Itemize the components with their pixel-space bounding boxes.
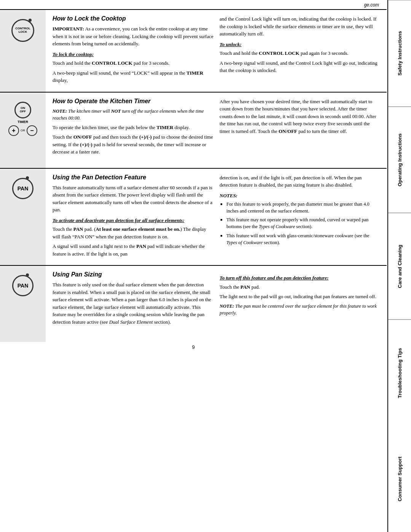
top-bar: ge.com [0, 0, 387, 10]
note-text: The kitchen timer will NOT turn off the … [53, 109, 204, 121]
para-sizing-3: The light next to the pad will go out, i… [220, 293, 381, 300]
content-left-timer: How to Operate the Kitchen Timer NOTE: T… [53, 98, 213, 163]
pan-bold: PAN [73, 226, 83, 232]
subheading-pan-off: To turn off this feature and the pan det… [220, 274, 381, 282]
subheading-pan-activate: To activate and deactivate pan detection… [53, 217, 213, 224]
dual-surface-italic: Dual Surface Element [109, 319, 153, 325]
tab-safety-instructions[interactable]: Safety Instructions [388, 0, 411, 107]
control-lock-bold: CONTROL LOCK [92, 60, 132, 66]
cookware-italic-2: Types of Cookware [226, 240, 263, 245]
pan-text: PAN [18, 185, 29, 192]
timer-label: TIMER [18, 120, 28, 124]
important-label: IMPORTANT: [53, 26, 84, 32]
dot-indicator [29, 19, 32, 22]
section-title-pan-sizing: Using Pan Sizing [53, 271, 213, 278]
icon-col-control-lock: CONTROLLOCK [0, 10, 46, 92]
para-timer-note: NOTE: The kitchen timer will NOT turn of… [53, 108, 213, 121]
para-lock-2: A two-beep signal will sound, the word “… [53, 69, 213, 84]
para-pan-4: detection is on, and if the light is off… [220, 174, 381, 189]
pan-circle-2: PAN [12, 275, 33, 296]
control-lock-circle: CONTROLLOCK [11, 19, 34, 42]
content-right-pan-sizing: To turn off this feature and the pan det… [220, 271, 381, 337]
note-text-2: The pan must be centered over the surfac… [220, 304, 377, 316]
plusminus-bold-2: (+)/(-) [80, 142, 92, 147]
pan-dot [26, 176, 29, 179]
icon-col-timer: ONOFF TIMER + OR − [0, 93, 46, 168]
icon-col-pan-sizing: PAN [0, 266, 46, 342]
onoff-bold-2: ON/OFF [279, 128, 297, 134]
tab-troubleshooting-tips[interactable]: Troubleshooting Tips [388, 320, 411, 426]
timer-icon-container: ONOFF TIMER + OR − [8, 102, 37, 136]
para-lock-3: and the Control Lock light will turn on,… [220, 15, 381, 38]
content-col-timer: How to Operate the Kitchen Timer NOTE: T… [46, 93, 387, 168]
control-lock-icon: CONTROLLOCK [11, 19, 34, 42]
timer-bold: TIMER [186, 70, 203, 76]
pan-icon-container-2: PAN [12, 275, 33, 296]
main-content: ge.com CONTROLLOCK How to Lock the Cookt… [0, 0, 387, 360]
para-timer-2: Touch the ON/OFF pad and then touch the … [53, 133, 213, 156]
content-right-pan: detection is on, and if the light is off… [220, 174, 381, 260]
content-right-control-lock: and the Control Lock light will turn on,… [220, 15, 381, 86]
para-timer-3: After you have chosen your desired time,… [220, 98, 381, 135]
timer-controls: + OR − [8, 125, 37, 136]
or-text: OR [21, 129, 25, 132]
para-pan-3: A signal will sound and a light next to … [53, 243, 213, 257]
minus-circle: − [27, 125, 37, 136]
atleast-bold: At least one surface element must be on. [96, 226, 180, 232]
pan-dot-2 [26, 273, 29, 276]
content-left-pan: Using the Pan Detection Feature This fea… [53, 174, 213, 260]
on-off-text: ONOFF [20, 107, 26, 113]
tab-consumer-support[interactable]: Consumer Support [388, 426, 411, 532]
section-pan-detection: PAN Using the Pan Detection Feature This… [0, 169, 387, 266]
para-sizing-note: NOTE: The pan must be centered over the … [220, 303, 381, 316]
note-bold-2: NOTE: [220, 304, 234, 309]
content-right-timer: After you have chosen your desired time,… [220, 98, 381, 163]
section-control-lock: CONTROLLOCK How to Lock the Cooktop IMPO… [0, 10, 387, 93]
para-sizing-1: This feature is only used on the dual su… [53, 281, 213, 326]
para-important: IMPORTANT: As a convenience, you can loc… [53, 25, 213, 48]
section-title-timer: How to Operate the Kitchen Timer [53, 98, 213, 105]
page-number: 9 [0, 342, 387, 352]
timer-bold-2: TIMER [156, 125, 173, 130]
icon-col-pan: PAN [0, 169, 46, 265]
on-off-circle: ONOFF [14, 102, 31, 118]
notes-list: For this feature to work properly, the p… [220, 201, 381, 246]
pan-icon-container: PAN [12, 178, 33, 199]
plus-circle: + [8, 125, 19, 136]
para-unlock-1: Touch and hold the CONTROL LOCK pad agai… [220, 50, 381, 57]
section-kitchen-timer: ONOFF TIMER + OR − How to Operate the Ki… [0, 93, 387, 169]
para-sizing-2: Touch the PAN pad. [220, 283, 381, 291]
subheading-unlock: To unlock: [220, 41, 381, 48]
content-col-pan-sizing: Using Pan Sizing This feature is only us… [46, 266, 387, 342]
content-left-pan-sizing: Using Pan Sizing This feature is only us… [53, 271, 213, 337]
note-item-1: For this feature to work properly, the p… [220, 201, 381, 214]
control-lock-bold-2: CONTROL LOCK [259, 50, 299, 56]
para-pan-1: This feature automatically turns off a s… [53, 184, 213, 214]
pan-bold-3: PAN [241, 284, 250, 290]
para-pan-2: Touch the PAN pad. (At least one surface… [53, 225, 213, 240]
notes-heading: NOTES: [220, 192, 381, 200]
para-lock-1: Touch and hold the CONTROL LOCK pad for … [53, 59, 213, 67]
tab-operating-instructions[interactable]: Operating Instructions [388, 107, 411, 213]
onoff-bold: ON/OFF [73, 134, 92, 140]
pan-circle: PAN [12, 178, 33, 199]
para-unlock-2: A two-beep signal will sound, and the Co… [220, 59, 381, 74]
section-pan-sizing: PAN Using Pan Sizing This feature is onl… [0, 266, 387, 342]
pan-bold-2: PAN [136, 243, 146, 249]
plusminus-bold: (+)/(-) [139, 134, 152, 140]
content-col-pan: Using the Pan Detection Feature This fea… [46, 169, 387, 265]
content-col-control-lock: How to Lock the Cooktop IMPORTANT: As a … [46, 10, 387, 92]
section-title-control-lock: How to Lock the Cooktop [53, 15, 213, 22]
website-link: ge.com [364, 2, 379, 8]
side-tabs: Safety Instructions Operating Instructio… [387, 0, 411, 532]
subheading-lock: To lock the cooktop: [53, 51, 213, 58]
note-bold: NOTE: [53, 109, 67, 114]
tab-care-cleaning[interactable]: Care and Cleaning [388, 213, 411, 320]
note-item-2: This feature may not operate properly wi… [220, 216, 381, 230]
section-title-pan: Using the Pan Detection Feature [53, 174, 213, 181]
pan-text-2: PAN [18, 283, 29, 289]
note-item-3: This feature will not work with glass-ce… [220, 232, 381, 246]
content-left-control-lock: How to Lock the Cooktop IMPORTANT: As a … [53, 15, 213, 86]
para-timer-1: To operate the kitchen timer, use the pa… [53, 124, 213, 131]
control-lock-text: CONTROLLOCK [15, 27, 30, 34]
